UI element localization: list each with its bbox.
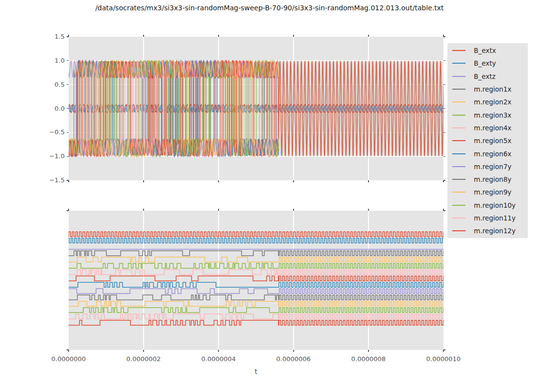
legend-entry-label: B_extz xyxy=(474,73,495,80)
legend-entry: m.region2x xyxy=(447,96,528,108)
legend-line-sample xyxy=(452,205,466,206)
legend-line-sample xyxy=(452,179,466,180)
y-tick-label: −0.5 xyxy=(40,129,65,136)
legend-line-sample xyxy=(452,192,466,193)
legend-entry-label: B_extx xyxy=(474,47,496,54)
legend-entry: B_extz xyxy=(447,70,528,83)
tick-mark xyxy=(293,350,294,352)
tick-mark xyxy=(67,132,69,133)
legend-entry: m.region7y xyxy=(447,160,528,173)
tick-mark xyxy=(67,84,69,85)
legend-entry: m.region6x xyxy=(447,147,528,160)
tick-mark xyxy=(218,209,219,211)
top-plot-area xyxy=(69,37,443,180)
tick-mark xyxy=(218,180,219,182)
tick-mark xyxy=(368,35,368,37)
legend-entry: m.region1x xyxy=(447,83,528,96)
y-tick-label: −1.0 xyxy=(40,153,65,160)
legend-entry: m.region8y xyxy=(447,173,528,186)
tick-mark xyxy=(443,180,443,182)
bottom-plot-area xyxy=(69,211,443,350)
tick-mark xyxy=(443,84,445,85)
x-tick-label: 0.0000006 xyxy=(271,356,316,363)
legend-entry: B_exty xyxy=(447,57,528,70)
legend-line-sample xyxy=(452,50,466,51)
legend-entry-label: m.region4x xyxy=(474,124,512,132)
legend-entry-label: m.region3x xyxy=(474,111,512,119)
legend-entry-label: m.region2x xyxy=(474,98,512,106)
legend-line-sample xyxy=(452,230,466,231)
tick-mark xyxy=(67,108,69,109)
tick-mark xyxy=(443,349,445,350)
legend-entry: m.region3x xyxy=(447,108,528,121)
legend-entry-label: m.region6x xyxy=(474,150,512,158)
tick-mark xyxy=(443,180,445,180)
x-tick-label: 0.0000008 xyxy=(346,356,391,363)
tick-mark xyxy=(443,60,445,61)
legend-entry: m.region10y xyxy=(447,199,528,212)
legend-entry: m.region11y xyxy=(447,212,528,224)
legend-entry-label: B_exty xyxy=(474,59,496,67)
bottom-plot-canvas xyxy=(69,211,443,350)
legend: B_extxB_extyB_extzm.region1xm.region2xm.… xyxy=(447,43,528,238)
legend-line-sample xyxy=(452,76,466,77)
tick-mark xyxy=(143,350,144,352)
tick-mark xyxy=(67,156,69,157)
legend-entry-label: m.region12y xyxy=(474,227,515,235)
legend-entry-label: m.region8y xyxy=(474,175,512,183)
tick-mark xyxy=(443,210,445,211)
y-tick-label: −1.5 xyxy=(40,177,65,184)
figure: { "title": "/data/socrates/mx3/si3x3-sin… xyxy=(0,0,539,392)
tick-mark xyxy=(143,180,144,182)
tick-mark xyxy=(443,350,443,352)
legend-line-sample xyxy=(452,166,466,167)
x-tick-label: 0.0000010 xyxy=(421,356,466,363)
tick-mark xyxy=(68,180,69,182)
legend-line-sample xyxy=(452,140,466,141)
tick-mark xyxy=(443,108,445,109)
tick-mark xyxy=(293,180,294,182)
tick-mark xyxy=(67,210,69,211)
tick-mark xyxy=(368,209,368,211)
tick-mark xyxy=(443,36,445,37)
y-tick-label: 0.5 xyxy=(40,81,65,88)
legend-line-sample xyxy=(452,101,466,102)
legend-line-sample xyxy=(452,89,466,90)
legend-entry-label: m.region1x xyxy=(474,85,512,93)
legend-entry: m.region5x xyxy=(447,134,528,147)
legend-line-sample xyxy=(452,127,466,128)
tick-mark xyxy=(218,350,219,352)
legend-line-sample xyxy=(452,63,466,64)
x-tick-label: 0.0000000 xyxy=(46,356,91,363)
tick-mark xyxy=(68,350,69,352)
tick-mark xyxy=(368,350,368,352)
tick-mark xyxy=(368,180,368,182)
tick-mark xyxy=(143,35,144,37)
y-tick-label: 1.5 xyxy=(40,33,65,40)
tick-mark xyxy=(443,132,445,133)
legend-entry-label: m.region10y xyxy=(474,201,515,209)
y-tick-label: 0.0 xyxy=(40,105,65,112)
tick-mark xyxy=(143,209,144,211)
legend-entry: m.region9y xyxy=(447,186,528,198)
plot-title: /data/socrates/mx3/si3x3-sin-randomMag-s… xyxy=(0,4,539,12)
tick-mark xyxy=(218,35,219,37)
legend-line-sample xyxy=(452,218,466,219)
legend-entry-label: m.region11y xyxy=(474,214,515,222)
legend-entry: m.region4x xyxy=(447,122,528,134)
tick-mark xyxy=(67,36,69,37)
x-axis-label: t xyxy=(69,368,443,375)
tick-mark xyxy=(67,349,69,350)
y-tick-label: 1.0 xyxy=(40,57,65,64)
legend-entry-label: m.region9y xyxy=(474,188,512,196)
tick-mark xyxy=(443,156,445,157)
legend-entry-label: m.region7y xyxy=(474,163,512,171)
tick-mark xyxy=(67,180,69,180)
x-tick-label: 0.0000004 xyxy=(196,356,241,363)
tick-mark xyxy=(293,209,294,211)
tick-mark xyxy=(293,35,294,37)
legend-line-sample xyxy=(452,153,466,154)
legend-entry: m.region12y xyxy=(447,224,528,237)
legend-line-sample xyxy=(452,115,466,116)
tick-mark xyxy=(67,60,69,61)
